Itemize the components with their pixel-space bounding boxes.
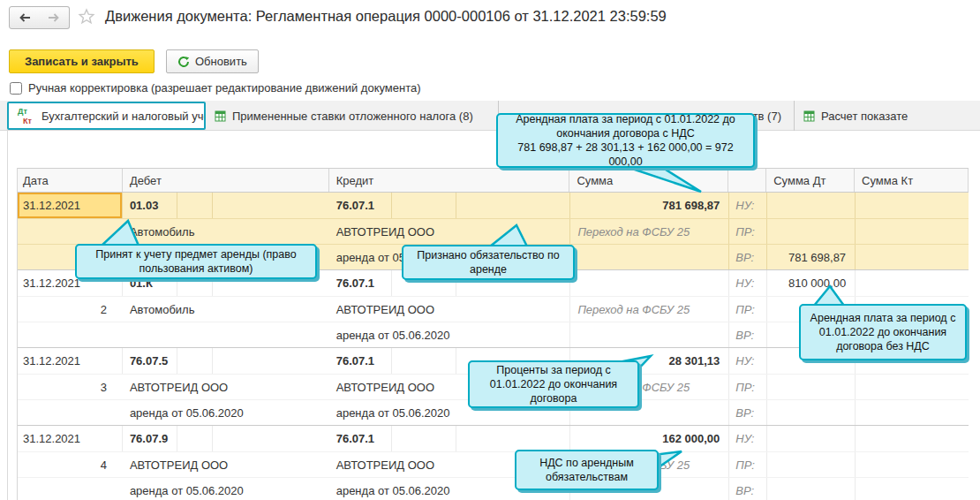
page-title: Движения документа: Регламентная операци… bbox=[105, 8, 667, 25]
content-frame-border bbox=[7, 131, 8, 500]
cell-tax-label-vr: ВР: bbox=[728, 245, 766, 269]
cell-debit-analytics[interactable]: аренда от 05.06.2020 bbox=[123, 478, 329, 500]
table-header-row: Дата Дебет Кредит Сумма Сумма Дт Сумма К… bbox=[18, 168, 969, 193]
cell-debit-account[interactable]: 76.07.5 bbox=[123, 348, 329, 374]
movement-row-group: 31.12.2021 76.07.9 76.07.1 162 000,00 НУ… bbox=[18, 425, 969, 500]
cell-sum-kt[interactable] bbox=[855, 219, 969, 244]
cell-sum-dt[interactable] bbox=[766, 426, 855, 451]
save-and-close-button[interactable]: Записать и закрыть bbox=[9, 49, 155, 73]
cell-debit-analytics[interactable]: АВТОТРЕИД ООО bbox=[123, 452, 329, 477]
tab-label: Расчет показате bbox=[821, 110, 908, 123]
forward-button[interactable] bbox=[39, 6, 70, 29]
cell-row-number[interactable]: 3 bbox=[18, 375, 123, 399]
arrow-right-icon bbox=[47, 12, 61, 23]
manual-adjustment-label: Ручная корректировка (разрешает редактир… bbox=[28, 81, 421, 95]
cell-date[interactable]: 31.12.2021 bbox=[18, 348, 123, 374]
refresh-icon bbox=[177, 56, 190, 68]
cell-sum-kt[interactable] bbox=[855, 245, 969, 269]
cell-row-number[interactable]: 2 bbox=[18, 297, 123, 322]
header-aux bbox=[728, 169, 766, 192]
cell-date[interactable]: 31.12.2021 bbox=[18, 193, 123, 218]
cell-sum-dt[interactable] bbox=[766, 193, 855, 218]
cell-debit-analytics[interactable] bbox=[123, 322, 329, 347]
cell-tax-label-vr: ВР: bbox=[728, 322, 766, 347]
cell-content[interactable]: Переход на ФСБУ 25 bbox=[569, 297, 728, 322]
favorite-star-icon[interactable] bbox=[78, 8, 95, 28]
register-tabs: ДтКт Бухгалтерский и налоговый учет (7) … bbox=[0, 101, 980, 131]
cell-empty[interactable] bbox=[18, 478, 123, 500]
cell-tax-label-pr: ПР: bbox=[728, 375, 766, 399]
tab-deferred-tax-rates[interactable]: Примененные ставки отложенного налога (8… bbox=[206, 101, 499, 131]
spreadsheet-icon bbox=[803, 110, 815, 122]
cell-sum-kt[interactable] bbox=[855, 478, 969, 500]
cell-credit-analytics[interactable]: аренда от 05.06.2020 bbox=[329, 322, 570, 347]
tab-indicator-calculation[interactable]: Расчет показате bbox=[795, 101, 980, 131]
cell-debit-analytics[interactable]: Автомобиль bbox=[123, 297, 329, 322]
cell-sum-dt[interactable]: 781 698,87 bbox=[766, 245, 855, 269]
cell-tax-label-pr: ПР: bbox=[728, 452, 766, 477]
cell-content[interactable]: Переход на ФСБУ 25 bbox=[569, 219, 728, 244]
tab-accounting-and-tax[interactable]: ДтКт Бухгалтерский и налоговый учет (7) bbox=[7, 102, 206, 130]
cell-credit-account[interactable]: 76.07.1 bbox=[329, 426, 570, 451]
manual-adjustment-checkbox[interactable] bbox=[10, 82, 22, 95]
cell-sum-kt[interactable] bbox=[855, 426, 969, 451]
cell-sum-kt[interactable] bbox=[855, 270, 969, 296]
cell-tax-label-vr: ВР: bbox=[728, 400, 766, 425]
cell-sum-kt[interactable] bbox=[855, 400, 969, 425]
cell-date[interactable]: 31.12.2021 bbox=[18, 426, 123, 451]
refresh-button[interactable]: Обновить bbox=[166, 49, 259, 73]
cell-tax-label-pr: ПР: bbox=[728, 219, 766, 244]
cell-sum-kt[interactable] bbox=[855, 375, 969, 399]
cell-sum-dt[interactable] bbox=[766, 478, 855, 500]
cell-sum[interactable] bbox=[569, 270, 728, 296]
cell-sum-kt[interactable] bbox=[855, 452, 969, 477]
callout-lease-asset-accepted: Принят к учету предмет аренды (право пол… bbox=[75, 244, 317, 279]
cell-empty[interactable] bbox=[18, 322, 123, 347]
cell-sum-dt[interactable] bbox=[766, 400, 855, 425]
callout-lease-liability-recognized: Признано обязательство по аренде bbox=[402, 245, 575, 280]
cell-debit-analytics[interactable]: АВТОТРЕИД ООО bbox=[123, 375, 329, 399]
header-sum-dt: Сумма Дт bbox=[766, 169, 855, 192]
cell-debit-analytics[interactable]: аренда от 05.06.2020 bbox=[123, 400, 329, 425]
header-date: Дата bbox=[18, 169, 123, 192]
arrow-left-icon bbox=[18, 12, 32, 23]
cell-sum[interactable]: 781 698,87 bbox=[569, 193, 728, 218]
refresh-label: Обновить bbox=[195, 55, 247, 68]
cell-credit-account[interactable]: 76.07.1 bbox=[329, 193, 570, 218]
cell-empty[interactable] bbox=[18, 400, 123, 425]
header-credit: Кредит bbox=[329, 169, 570, 192]
cell-row-number[interactable]: 4 bbox=[18, 452, 123, 477]
spreadsheet-icon bbox=[215, 110, 226, 122]
cell-sum-dt[interactable] bbox=[766, 375, 855, 399]
callout-interest-for-period: Проценты за период с 01.01.2022 до оконч… bbox=[468, 360, 639, 408]
cell-sum-dt[interactable] bbox=[766, 452, 855, 477]
tab-label: Бухгалтерский и налоговый учет (7) bbox=[41, 110, 206, 123]
callout-rent-with-vat: Арендная плата за период с 01.01.2022 до… bbox=[496, 113, 755, 168]
tab-label: Примененные ставки отложенного налога (8… bbox=[232, 110, 473, 123]
document-movements-window: Движения документа: Регламентная операци… bbox=[0, 0, 980, 500]
cell-tax-label-nu: НУ: bbox=[728, 193, 766, 218]
cell-tax-label-pr: ПР: bbox=[728, 297, 766, 322]
cell-sum-dt[interactable] bbox=[766, 219, 855, 244]
cell-debit-account[interactable]: 76.07.9 bbox=[123, 426, 329, 451]
header-debit: Дебет bbox=[123, 169, 329, 192]
cell-tax-label-vr: ВР: bbox=[728, 478, 766, 500]
cell-empty[interactable] bbox=[569, 245, 728, 269]
header-sum-kt: Сумма Кт bbox=[855, 169, 969, 192]
callout-rent-without-vat: Арендная плата за период с 01.01.2022 до… bbox=[799, 304, 967, 360]
cell-empty[interactable] bbox=[569, 322, 728, 347]
cell-debit-analytics[interactable]: Автомобиль bbox=[123, 219, 329, 244]
callout-vat-on-lease-liabilities: НДС по арендным обязательствам bbox=[515, 450, 659, 490]
cell-debit-account[interactable]: 01.03 bbox=[123, 193, 329, 218]
cell-tax-label-nu: НУ: bbox=[728, 270, 766, 296]
cell-credit-analytics[interactable]: АВТОТРЕИД ООО bbox=[329, 297, 570, 322]
cell-tax-label-nu: НУ: bbox=[728, 348, 766, 374]
back-button[interactable] bbox=[9, 6, 40, 29]
cell-tax-label-nu: НУ: bbox=[728, 426, 766, 451]
cell-sum-kt[interactable] bbox=[855, 193, 969, 218]
debit-credit-icon: ДтКт bbox=[18, 109, 35, 124]
